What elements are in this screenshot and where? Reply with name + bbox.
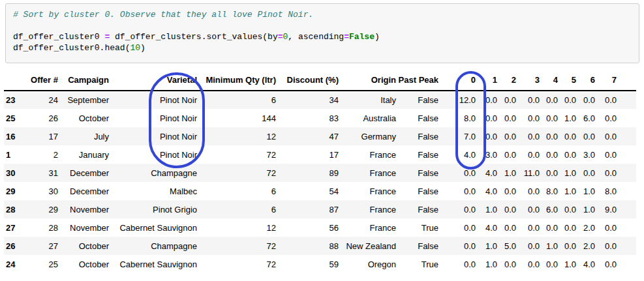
table-cell: 0.0 <box>540 164 558 182</box>
table-cell <box>617 164 636 182</box>
table-cell: 6 <box>197 200 276 218</box>
table-cell: Australia <box>339 109 396 127</box>
column-header-blank <box>4 69 26 91</box>
table-cell: 1.0 <box>558 164 576 182</box>
table-cell: December <box>58 164 109 182</box>
table-cell: 4.0 <box>438 145 476 164</box>
table-cell: 1.0 <box>576 182 595 200</box>
table-cell: False <box>396 127 438 145</box>
table-cell: 0.0 <box>595 127 617 145</box>
table-cell: 83 <box>276 109 339 127</box>
table-cell: 0.0 <box>476 91 497 109</box>
table-cell: 0.0 <box>540 109 558 127</box>
table-cell: False <box>396 164 438 182</box>
table-cell: Pinot Noir <box>109 109 197 127</box>
table-cell: 4.0 <box>476 182 497 200</box>
column-header-campaign: Campaign <box>58 69 109 91</box>
table-cell: 1.0 <box>476 237 497 255</box>
column-header-4: 4 <box>540 69 558 91</box>
column-header-1: 1 <box>476 69 497 91</box>
table-cell: July <box>58 127 109 145</box>
table-cell: 0.0 <box>576 164 595 182</box>
table-row: 2324SeptemberPinot Noir634ItalyFalse12.0… <box>4 91 636 109</box>
table-cell: 0.0 <box>516 200 540 218</box>
table-cell: 0.0 <box>595 237 617 255</box>
code-editor[interactable]: # Sort by cluster 0. Observe that they a… <box>13 9 632 53</box>
table-cell: Germany <box>339 127 396 145</box>
code-token-operator: = <box>278 32 283 42</box>
table-cell: 0.0 <box>595 218 617 237</box>
table-cell: 72 <box>197 255 276 273</box>
table-row: 2728NovemberCabernet Sauvignon1256France… <box>4 218 636 237</box>
table-cell: 0.0 <box>497 127 516 145</box>
row-index: 25 <box>4 109 26 127</box>
table-cell: 0.0 <box>576 127 595 145</box>
row-index: 24 <box>4 255 26 273</box>
code-token-plain: df_offer_cluster0.head( <box>13 43 130 53</box>
column-header-origin: Origin <box>339 69 396 91</box>
table-cell <box>617 127 636 145</box>
table-cell: True <box>396 218 438 237</box>
table-cell: 0.0 <box>476 109 497 127</box>
table-cell: True <box>396 255 438 273</box>
table-cell: France <box>339 145 396 164</box>
table-cell: 0.0 <box>497 255 516 273</box>
table-cell: Champagne <box>109 164 197 182</box>
code-line: df_offer_cluster0 = df_offer_clusters.so… <box>13 31 632 42</box>
table-cell: 8.0 <box>438 109 476 127</box>
table-cell: 7.0 <box>438 127 476 145</box>
table-row: 2829NovemberPinot Grigio687FranceFalse0.… <box>4 200 636 218</box>
table-cell: December <box>58 182 109 200</box>
code-line: df_offer_cluster0.head(10) <box>13 42 632 53</box>
table-cell: 6 <box>197 91 276 109</box>
table-cell: 144 <box>197 109 276 127</box>
table-cell: September <box>58 91 109 109</box>
table-cell: 0.0 <box>438 182 476 200</box>
code-token-plain: ) <box>375 32 380 42</box>
table-cell <box>617 109 636 127</box>
table-cell: 72 <box>197 164 276 182</box>
table-cell: False <box>396 237 438 255</box>
table-cell: 26 <box>26 109 58 127</box>
table-cell: Oregon <box>339 255 396 273</box>
row-index: 27 <box>4 218 26 237</box>
table-cell: 0.0 <box>516 182 540 200</box>
table-cell: New Zealand <box>339 237 396 255</box>
row-index: 28 <box>4 200 26 218</box>
table-cell: 0.0 <box>516 127 540 145</box>
table-cell: 89 <box>276 164 339 182</box>
table-header-row: Offer #CampaignVarietalMinimum Qty (ltr)… <box>4 69 636 91</box>
table-cell: October <box>58 109 109 127</box>
column-header-2: 2 <box>497 69 516 91</box>
column-header-minimum-qty-ltr-: Minimum Qty (ltr) <box>197 69 276 91</box>
table-cell: October <box>58 255 109 273</box>
code-input-cell[interactable]: # Sort by cluster 0. Observe that they a… <box>5 3 639 63</box>
code-token-plain: , ascending <box>288 32 344 42</box>
column-header-offer-: Offer # <box>26 69 58 91</box>
code-token-comment: # Sort by cluster 0. Observe that they a… <box>13 10 313 20</box>
table-cell: 11.0 <box>516 164 540 182</box>
table-cell: 2.0 <box>576 237 595 255</box>
code-token-number: 10 <box>130 43 140 53</box>
table-cell: 12 <box>197 218 276 237</box>
row-index: 30 <box>4 164 26 182</box>
table-cell: 12 <box>197 127 276 145</box>
table-cell: Italy <box>339 91 396 109</box>
table-cell: 9.0 <box>595 200 617 218</box>
table-cell: 0.0 <box>558 218 576 237</box>
column-header-0: 0 <box>438 69 476 91</box>
table-cell <box>617 218 636 237</box>
table-cell <box>617 91 636 109</box>
code-token-operator: = <box>344 32 349 42</box>
table-cell: 1.0 <box>476 255 497 273</box>
table-cell: Cabernet Sauvignon <box>109 255 197 273</box>
table-cell: Pinot Noir <box>109 91 197 109</box>
table-cell: 1.0 <box>576 200 595 218</box>
table-cell: 25 <box>26 255 58 273</box>
table-cell: France <box>339 182 396 200</box>
row-index: 16 <box>4 127 26 145</box>
table-cell: 0.0 <box>516 91 540 109</box>
table-cell: 0.0 <box>558 127 576 145</box>
table-cell: 6.0 <box>540 200 558 218</box>
table-cell <box>617 200 636 218</box>
